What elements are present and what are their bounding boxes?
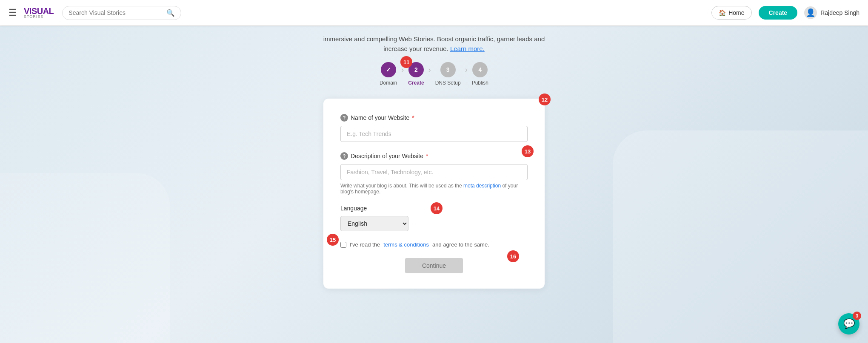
subtitle-line2: increase your revenue. Learn more. bbox=[323, 44, 545, 54]
step-domain-label: Domain bbox=[380, 80, 397, 86]
search-input[interactable] bbox=[69, 9, 166, 16]
hamburger-icon[interactable]: ☰ bbox=[9, 7, 17, 18]
description-required: * bbox=[426, 153, 428, 159]
step-dns-circle: 3 bbox=[440, 62, 456, 77]
terms-conditions-link[interactable]: terms & conditions bbox=[383, 241, 429, 248]
chat-icon: 💬 bbox=[843, 318, 855, 329]
terms-pre-text: I've read the bbox=[350, 241, 380, 248]
description-label: ? Description of your Website * bbox=[340, 152, 528, 160]
description-hint: Write what your blog is about. This will… bbox=[340, 183, 528, 195]
language-label: Language bbox=[340, 205, 528, 212]
website-name-label: ? Name of your Website * bbox=[340, 114, 528, 122]
website-name-help-icon[interactable]: ? bbox=[340, 114, 348, 122]
website-name-input[interactable] bbox=[340, 126, 528, 142]
steps-container: ✓ Domain › 11 2 Create › 3 DNS Setup › 4… bbox=[380, 62, 488, 86]
chat-bubble[interactable]: 💬 3 bbox=[838, 313, 859, 334]
annotation-15: 15 bbox=[327, 234, 339, 246]
terms-post-text: and agree to the same. bbox=[432, 241, 489, 248]
meta-description-link[interactable]: meta description bbox=[463, 183, 501, 189]
step-dns-label: DNS Setup bbox=[435, 80, 461, 86]
navbar-right: 🏠 Home Create 👤 Rajdeep Singh bbox=[711, 6, 859, 20]
description-hint-text: Write what your blog is about. This will… bbox=[340, 183, 462, 189]
subtitle: immersive and compelling Web Stories. Bo… bbox=[323, 34, 545, 54]
annotation-16: 16 bbox=[507, 250, 519, 262]
step-arrow-2: › bbox=[428, 65, 431, 74]
user-menu[interactable]: 👤 Rajdeep Singh bbox=[804, 6, 859, 19]
continue-button[interactable]: Continue bbox=[405, 258, 463, 273]
subtitle-line2-text: increase your revenue. bbox=[383, 45, 448, 52]
chat-badge: 3 bbox=[853, 312, 861, 320]
description-input[interactable] bbox=[340, 164, 528, 180]
step-domain: ✓ Domain bbox=[380, 62, 397, 86]
terms-checkbox[interactable] bbox=[340, 242, 346, 248]
language-select[interactable]: English Hindi Spanish French German Port… bbox=[340, 216, 408, 231]
step-dns: 3 DNS Setup bbox=[435, 62, 461, 86]
step-publish-label: Publish bbox=[472, 80, 488, 86]
search-button[interactable]: 🔍 bbox=[166, 9, 175, 17]
language-group: 14 Language English Hindi Spanish French… bbox=[340, 205, 528, 231]
subtitle-line1: immersive and compelling Web Stories. Bo… bbox=[323, 34, 545, 44]
create-button[interactable]: Create bbox=[759, 6, 798, 20]
main-content: immersive and compelling Web Stories. Bo… bbox=[0, 26, 868, 289]
form-card: 12 ? Name of your Website * 13 ? Descrip… bbox=[323, 99, 545, 289]
continue-wrapper: 16 Continue bbox=[340, 258, 528, 273]
website-name-required: * bbox=[412, 114, 414, 121]
logo: VISUAL STORIES bbox=[24, 7, 54, 19]
step-domain-circle: ✓ bbox=[381, 62, 396, 77]
user-name: Rajdeep Singh bbox=[820, 9, 859, 16]
website-name-label-text: Name of your Website bbox=[351, 114, 409, 121]
learn-more-link[interactable]: Learn more. bbox=[450, 45, 485, 52]
home-label: Home bbox=[728, 9, 744, 16]
step-arrow-3: › bbox=[465, 65, 468, 74]
description-label-text: Description of your Website bbox=[351, 153, 423, 159]
language-label-text: Language bbox=[340, 205, 367, 212]
website-name-group: ? Name of your Website * bbox=[340, 114, 528, 142]
user-icon: 👤 bbox=[804, 6, 817, 19]
home-icon: 🏠 bbox=[719, 9, 726, 16]
step-create-label: Create bbox=[408, 80, 424, 86]
search-bar: 🔍 bbox=[62, 6, 181, 20]
step-create: 11 2 Create bbox=[408, 62, 424, 86]
step-arrow-1: › bbox=[401, 65, 404, 74]
home-button[interactable]: 🏠 Home bbox=[711, 6, 751, 20]
step-publish: 4 Publish bbox=[472, 62, 488, 86]
terms-row: 15 I've read the terms & conditions and … bbox=[340, 241, 528, 248]
logo-main: VISUAL bbox=[24, 7, 54, 15]
navbar: ☰ VISUAL STORIES 🔍 🏠 Home Create 👤 Rajde… bbox=[0, 0, 868, 26]
step-create-circle: 2 bbox=[408, 62, 424, 77]
step-publish-circle: 4 bbox=[472, 62, 488, 77]
description-help-icon[interactable]: ? bbox=[340, 152, 348, 160]
description-group: 13 ? Description of your Website * Write… bbox=[340, 152, 528, 195]
annotation-12: 12 bbox=[539, 94, 551, 105]
